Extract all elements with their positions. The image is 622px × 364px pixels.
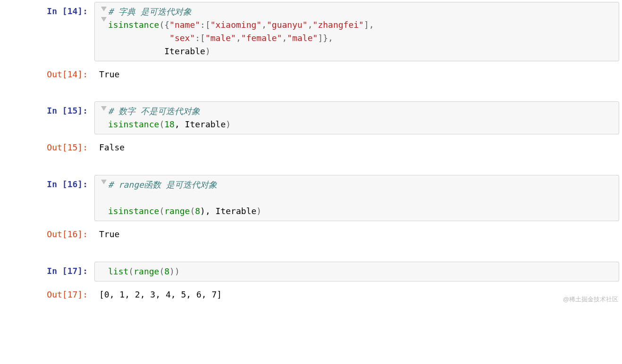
svg-marker-1	[101, 17, 107, 22]
output-cell: Out[17]:[0, 1, 2, 3, 4, 5, 6, 7]	[0, 283, 622, 306]
svg-marker-3	[101, 180, 107, 184]
code-token: # 字典 是可迭代对象	[108, 7, 192, 17]
code-token: range	[134, 266, 159, 276]
fold-gutter[interactable]	[100, 5, 108, 22]
code-token: 18	[164, 119, 175, 129]
code-token: ({	[159, 20, 169, 30]
input-cell: In [15]:# 数字 不是可迭代对象 isinstance(18, Iter…	[0, 99, 622, 136]
input-cell: In [17]:list(range(8))	[0, 260, 622, 283]
code-token: "male"	[205, 33, 236, 43]
output-cell: Out[15]:False	[0, 136, 622, 159]
output-cell: Out[16]:True	[0, 223, 622, 246]
code-token: ]},	[318, 33, 333, 43]
input-prompt: In [14]:	[0, 2, 94, 17]
code-token: , Iterable	[175, 119, 226, 129]
svg-marker-2	[101, 106, 107, 111]
code-text[interactable]: # 数字 不是可迭代对象 isinstance(18, Iterable)	[108, 105, 614, 131]
code-token: (	[159, 266, 164, 276]
fold-arrow-icon[interactable]	[101, 17, 107, 22]
code-token: "female"	[241, 33, 282, 43]
fold-gutter[interactable]	[100, 265, 108, 266]
code-token: isinstance	[108, 20, 159, 30]
output-text: True	[94, 65, 622, 84]
code-token: ,	[261, 20, 267, 30]
code-token: range	[164, 206, 190, 216]
cell-gap	[0, 85, 622, 99]
code-input-area[interactable]: # range函数 是可迭代对象 isinstance(range(8), It…	[94, 175, 619, 221]
code-token: "zhangfei"	[313, 20, 364, 30]
cell-gap	[0, 246, 622, 260]
code-token: :[	[195, 33, 205, 43]
code-token: isinstance	[108, 206, 159, 216]
code-token: list	[108, 266, 128, 276]
code-token: Iterable	[108, 46, 205, 56]
code-token: (	[159, 119, 164, 129]
output-cell: Out[14]:True	[0, 63, 622, 86]
output-text: True	[94, 225, 622, 244]
code-input-area[interactable]: list(range(8))	[94, 262, 619, 281]
code-token: 8	[195, 206, 200, 216]
fold-arrow-icon[interactable]	[101, 106, 107, 111]
code-token: ,	[236, 33, 241, 43]
code-token: (	[128, 266, 134, 276]
code-token: ],	[364, 20, 374, 30]
code-token: ), Iterable	[200, 206, 256, 216]
fold-arrow-icon[interactable]	[101, 180, 107, 184]
cell-gap	[0, 159, 622, 173]
fold-gutter[interactable]	[100, 178, 108, 184]
output-prompt: Out[14]:	[0, 65, 94, 81]
fold-arrow-icon[interactable]	[101, 7, 107, 11]
code-token: "male"	[287, 33, 318, 43]
code-token: isinstance	[108, 119, 159, 129]
code-text[interactable]: # 字典 是可迭代对象 isinstance({"name":["xiaomin…	[108, 5, 614, 58]
code-token: # 数字 不是可迭代对象	[108, 106, 200, 116]
watermark-label: @稀土掘金技术社区	[563, 295, 618, 304]
code-token: ))	[169, 266, 180, 276]
notebook-container: In [14]:# 字典 是可迭代对象 isinstance({"name":[…	[0, 0, 622, 306]
code-token: )	[205, 46, 210, 56]
output-prompt: Out[17]:	[0, 285, 94, 301]
input-cell: In [16]:# range函数 是可迭代对象 isinstance(rang…	[0, 173, 622, 223]
output-prompt: Out[16]:	[0, 225, 94, 240]
code-token: "xiaoming"	[210, 20, 261, 30]
code-token: )	[256, 206, 261, 216]
code-token: :[	[200, 20, 210, 30]
code-token: )	[226, 119, 231, 129]
code-token: (	[190, 206, 195, 216]
code-token: ,	[308, 20, 313, 30]
code-token: "name"	[169, 20, 200, 30]
input-prompt: In [15]:	[0, 101, 94, 117]
output-text: False	[94, 138, 622, 157]
code-token: 8	[164, 266, 169, 276]
input-cell: In [14]:# 字典 是可迭代对象 isinstance({"name":[…	[0, 0, 622, 63]
svg-marker-0	[101, 7, 107, 11]
input-prompt: In [16]:	[0, 175, 94, 190]
code-input-area[interactable]: # 数字 不是可迭代对象 isinstance(18, Iterable)	[94, 101, 619, 134]
output-prompt: Out[15]:	[0, 138, 94, 154]
code-token	[108, 33, 169, 43]
input-prompt: In [17]:	[0, 262, 94, 277]
code-token: # range函数 是可迭代对象	[108, 180, 217, 190]
code-text[interactable]: list(range(8))	[108, 265, 614, 278]
code-token: ,	[282, 33, 287, 43]
code-token: "sex"	[169, 33, 195, 43]
fold-gutter[interactable]	[100, 105, 108, 111]
code-text[interactable]: # range函数 是可迭代对象 isinstance(range(8), It…	[108, 178, 614, 218]
output-text: [0, 1, 2, 3, 4, 5, 6, 7]	[94, 285, 622, 304]
code-token: "guanyu"	[267, 20, 308, 30]
code-token: (	[159, 206, 164, 216]
code-input-area[interactable]: # 字典 是可迭代对象 isinstance({"name":["xiaomin…	[94, 2, 619, 61]
